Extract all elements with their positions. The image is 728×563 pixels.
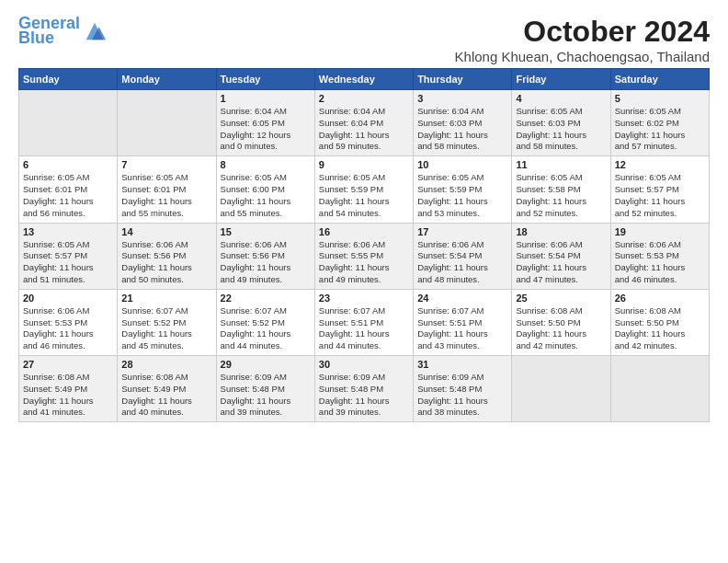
day-number: 30 xyxy=(319,359,409,370)
calendar-day-cell: 31Sunrise: 6:09 AM Sunset: 5:48 PM Dayli… xyxy=(414,356,512,422)
day-info: Sunrise: 6:06 AM Sunset: 5:53 PM Dayligh… xyxy=(23,305,113,352)
day-info: Sunrise: 6:05 AM Sunset: 5:58 PM Dayligh… xyxy=(516,172,606,219)
day-number: 7 xyxy=(121,159,211,170)
day-number: 26 xyxy=(615,293,705,304)
day-number: 4 xyxy=(516,93,606,104)
logo-text: GeneralBlue xyxy=(18,15,80,48)
calendar-day-cell: 11Sunrise: 6:05 AM Sunset: 5:58 PM Dayli… xyxy=(512,156,610,223)
day-number: 20 xyxy=(23,293,113,304)
day-info: Sunrise: 6:05 AM Sunset: 6:00 PM Dayligh… xyxy=(221,172,311,219)
day-info: Sunrise: 6:08 AM Sunset: 5:49 PM Dayligh… xyxy=(23,372,113,419)
calendar-day-cell: 20Sunrise: 6:06 AM Sunset: 5:53 PM Dayli… xyxy=(19,289,118,355)
day-info: Sunrise: 6:05 AM Sunset: 5:59 PM Dayligh… xyxy=(319,172,409,219)
day-info: Sunrise: 6:07 AM Sunset: 5:51 PM Dayligh… xyxy=(319,305,409,352)
calendar-day-cell: 19Sunrise: 6:06 AM Sunset: 5:53 PM Dayli… xyxy=(610,223,709,289)
day-number: 11 xyxy=(516,159,606,170)
calendar-day-cell: 18Sunrise: 6:06 AM Sunset: 5:54 PM Dayli… xyxy=(512,223,610,289)
day-number: 29 xyxy=(221,359,311,370)
calendar-day-cell: 9Sunrise: 6:05 AM Sunset: 5:59 PM Daylig… xyxy=(314,156,413,223)
calendar-table: SundayMondayTuesdayWednesdayThursdayFrid… xyxy=(18,68,710,422)
calendar-day-cell: 23Sunrise: 6:07 AM Sunset: 5:51 PM Dayli… xyxy=(314,289,413,355)
calendar-day-cell: 15Sunrise: 6:06 AM Sunset: 5:56 PM Dayli… xyxy=(216,223,314,289)
day-info: Sunrise: 6:09 AM Sunset: 5:48 PM Dayligh… xyxy=(221,372,311,419)
calendar-day-cell: 4Sunrise: 6:05 AM Sunset: 6:03 PM Daylig… xyxy=(512,90,610,156)
title-block: October 2024 Khlong Khuean, Chachoengsao… xyxy=(455,15,710,64)
calendar-week-row: 6Sunrise: 6:05 AM Sunset: 6:01 PM Daylig… xyxy=(19,156,710,223)
calendar-header-wednesday: Wednesday xyxy=(314,69,413,90)
day-number: 8 xyxy=(221,159,311,170)
calendar-day-cell xyxy=(19,90,118,156)
day-info: Sunrise: 6:06 AM Sunset: 5:54 PM Dayligh… xyxy=(516,239,606,286)
calendar-week-row: 1Sunrise: 6:04 AM Sunset: 6:05 PM Daylig… xyxy=(19,90,710,156)
calendar-day-cell xyxy=(118,90,216,156)
day-info: Sunrise: 6:06 AM Sunset: 5:56 PM Dayligh… xyxy=(221,239,311,286)
month-title: October 2024 xyxy=(455,15,710,49)
calendar-day-cell: 26Sunrise: 6:08 AM Sunset: 5:50 PM Dayli… xyxy=(610,289,709,355)
calendar-header-monday: Monday xyxy=(118,69,216,90)
day-number: 25 xyxy=(516,293,606,304)
day-info: Sunrise: 6:05 AM Sunset: 6:03 PM Dayligh… xyxy=(516,106,606,153)
day-number: 31 xyxy=(417,359,507,370)
calendar-header-saturday: Saturday xyxy=(610,69,709,90)
calendar-day-cell: 5Sunrise: 6:05 AM Sunset: 6:02 PM Daylig… xyxy=(610,90,709,156)
calendar-week-row: 20Sunrise: 6:06 AM Sunset: 5:53 PM Dayli… xyxy=(19,289,710,355)
day-number: 6 xyxy=(23,159,113,170)
header: GeneralBlue October 2024 Khlong Khuean, … xyxy=(18,15,710,64)
day-info: Sunrise: 6:05 AM Sunset: 5:57 PM Dayligh… xyxy=(23,239,113,286)
logo-icon xyxy=(82,18,108,44)
calendar-day-cell: 29Sunrise: 6:09 AM Sunset: 5:48 PM Dayli… xyxy=(216,356,314,422)
day-number: 16 xyxy=(319,226,409,237)
calendar-day-cell: 22Sunrise: 6:07 AM Sunset: 5:52 PM Dayli… xyxy=(216,289,314,355)
calendar-day-cell: 17Sunrise: 6:06 AM Sunset: 5:54 PM Dayli… xyxy=(414,223,512,289)
day-info: Sunrise: 6:09 AM Sunset: 5:48 PM Dayligh… xyxy=(319,372,409,419)
day-number: 24 xyxy=(417,293,507,304)
day-number: 23 xyxy=(319,293,409,304)
calendar-header-tuesday: Tuesday xyxy=(216,69,314,90)
day-number: 12 xyxy=(615,159,705,170)
subtitle: Khlong Khuean, Chachoengsao, Thailand xyxy=(455,49,710,64)
logo: GeneralBlue xyxy=(18,15,108,48)
day-number: 10 xyxy=(417,159,507,170)
day-info: Sunrise: 6:09 AM Sunset: 5:48 PM Dayligh… xyxy=(417,372,507,419)
day-number: 14 xyxy=(121,226,211,237)
day-info: Sunrise: 6:05 AM Sunset: 5:57 PM Dayligh… xyxy=(615,172,705,219)
calendar-day-cell: 6Sunrise: 6:05 AM Sunset: 6:01 PM Daylig… xyxy=(19,156,118,223)
day-number: 3 xyxy=(417,93,507,104)
day-info: Sunrise: 6:05 AM Sunset: 6:01 PM Dayligh… xyxy=(23,172,113,219)
day-number: 5 xyxy=(615,93,705,104)
day-info: Sunrise: 6:07 AM Sunset: 5:52 PM Dayligh… xyxy=(221,305,311,352)
calendar-day-cell: 12Sunrise: 6:05 AM Sunset: 5:57 PM Dayli… xyxy=(610,156,709,223)
day-info: Sunrise: 6:06 AM Sunset: 5:54 PM Dayligh… xyxy=(417,239,507,286)
day-info: Sunrise: 6:07 AM Sunset: 5:51 PM Dayligh… xyxy=(417,305,507,352)
calendar-day-cell: 3Sunrise: 6:04 AM Sunset: 6:03 PM Daylig… xyxy=(414,90,512,156)
day-number: 2 xyxy=(319,93,409,104)
day-number: 18 xyxy=(516,226,606,237)
page: GeneralBlue October 2024 Khlong Khuean, … xyxy=(0,0,728,431)
calendar-day-cell: 28Sunrise: 6:08 AM Sunset: 5:49 PM Dayli… xyxy=(118,356,216,422)
calendar-day-cell: 30Sunrise: 6:09 AM Sunset: 5:48 PM Dayli… xyxy=(314,356,413,422)
calendar-day-cell: 16Sunrise: 6:06 AM Sunset: 5:55 PM Dayli… xyxy=(314,223,413,289)
calendar-header-thursday: Thursday xyxy=(414,69,512,90)
day-number: 22 xyxy=(221,293,311,304)
calendar-day-cell xyxy=(610,356,709,422)
day-info: Sunrise: 6:06 AM Sunset: 5:55 PM Dayligh… xyxy=(319,239,409,286)
day-info: Sunrise: 6:05 AM Sunset: 5:59 PM Dayligh… xyxy=(417,172,507,219)
day-info: Sunrise: 6:07 AM Sunset: 5:52 PM Dayligh… xyxy=(121,305,211,352)
calendar-day-cell: 21Sunrise: 6:07 AM Sunset: 5:52 PM Dayli… xyxy=(118,289,216,355)
calendar-day-cell: 25Sunrise: 6:08 AM Sunset: 5:50 PM Dayli… xyxy=(512,289,610,355)
calendar-header-row: SundayMondayTuesdayWednesdayThursdayFrid… xyxy=(19,69,710,90)
day-info: Sunrise: 6:04 AM Sunset: 6:04 PM Dayligh… xyxy=(319,106,409,153)
calendar-day-cell: 8Sunrise: 6:05 AM Sunset: 6:00 PM Daylig… xyxy=(216,156,314,223)
day-info: Sunrise: 6:04 AM Sunset: 6:03 PM Dayligh… xyxy=(417,106,507,153)
day-info: Sunrise: 6:05 AM Sunset: 6:01 PM Dayligh… xyxy=(121,172,211,219)
calendar-week-row: 13Sunrise: 6:05 AM Sunset: 5:57 PM Dayli… xyxy=(19,223,710,289)
day-number: 1 xyxy=(221,93,311,104)
day-info: Sunrise: 6:06 AM Sunset: 5:56 PM Dayligh… xyxy=(121,239,211,286)
day-number: 27 xyxy=(23,359,113,370)
day-info: Sunrise: 6:08 AM Sunset: 5:50 PM Dayligh… xyxy=(516,305,606,352)
day-number: 21 xyxy=(121,293,211,304)
calendar-day-cell: 24Sunrise: 6:07 AM Sunset: 5:51 PM Dayli… xyxy=(414,289,512,355)
calendar-header-sunday: Sunday xyxy=(19,69,118,90)
day-info: Sunrise: 6:06 AM Sunset: 5:53 PM Dayligh… xyxy=(615,239,705,286)
day-number: 15 xyxy=(221,226,311,237)
